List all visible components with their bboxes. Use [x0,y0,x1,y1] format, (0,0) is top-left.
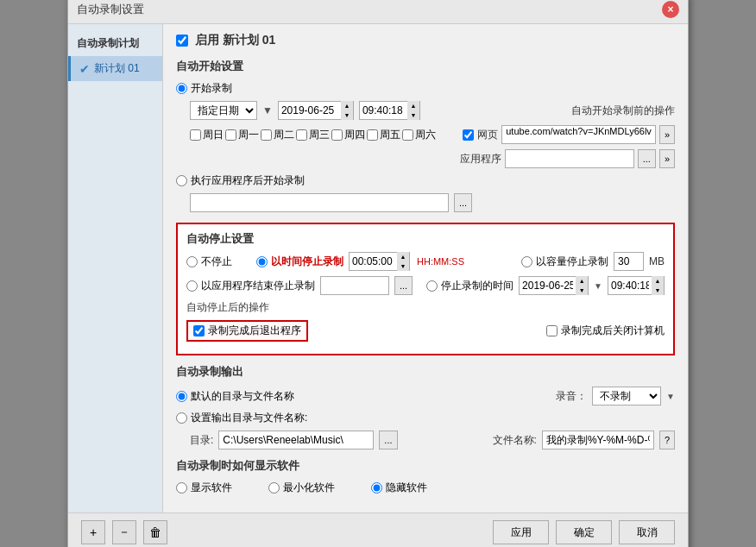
webpage-checkbox[interactable] [463,129,474,141]
weekday-thu-cb[interactable] [331,129,343,141]
no-stop-label[interactable]: 不停止 [186,255,232,269]
show-text: 显示软件 [191,481,232,495]
dir-input[interactable] [218,431,374,450]
weekday-tue-cb[interactable] [261,129,272,141]
date-spin-up[interactable]: ▲ [341,101,353,110]
stop-date-down[interactable]: ▼ [576,286,588,295]
ok-button[interactable]: 确定 [556,520,612,544]
after-app-input[interactable] [190,193,449,212]
stop-date-spin-btns: ▲ ▼ [576,276,588,295]
after-app-row: 执行应用程序后开始录制 [176,173,675,188]
webpage-input[interactable]: utube.com/watch?v=JKnMDLy66lv [501,125,656,144]
weekday-thu: 周四 [331,128,365,142]
exit-checkbox[interactable] [193,325,205,336]
minimize-radio-label[interactable]: 最小化软件 [268,481,335,495]
capacity-stop-label[interactable]: 以容量停止录制 [521,255,608,269]
time-spin-btns: ▲ ▼ [407,101,419,120]
time-input[interactable] [360,102,407,119]
main-content: 启用 新计划 01 自动开始设置 开始录制 指定日期 ▼ [163,24,688,512]
stop-date-input[interactable] [520,277,576,294]
default-output-radio[interactable] [176,391,187,402]
capacity-input[interactable] [614,252,644,271]
show-radio[interactable] [176,482,187,494]
audio-select[interactable]: 不录制 [592,387,661,406]
weekday-mon-cb[interactable] [225,129,236,141]
dir-ellipsis-btn[interactable]: ... [379,431,397,450]
date-dropdown-arrow: ▼ [262,104,273,116]
auto-stop-section: 自动停止设置 不停止 以时间停止录制 ▲ [176,223,675,355]
custom-output-radio[interactable] [176,412,187,424]
time-spin-down[interactable]: ▼ [407,110,419,120]
capacity-stop-radio[interactable] [521,256,532,267]
app-right-row: 应用程序 ... » [460,149,675,168]
stop-time-down[interactable]: ▼ [652,286,664,295]
after-app-radio[interactable] [176,175,187,186]
weekday-sat-cb[interactable] [402,129,413,141]
time-stop-spin-down[interactable]: ▼ [397,261,409,271]
capacity-unit: MB [649,255,665,267]
date-spin-field: ▲ ▼ [278,101,354,120]
weekday-wed-cb[interactable] [296,129,307,141]
delete-plan-button[interactable]: 🗑 [143,520,167,544]
app-input[interactable] [505,149,634,168]
stop-row2: 以应用程序结束停止录制 ... 停止录制的时间 ▲ ▼ [186,276,665,295]
start-radio-text: 开始录制 [191,81,232,96]
app-stop-radio[interactable] [186,280,198,292]
app-stop-label[interactable]: 以应用程序结束停止录制 [186,279,315,293]
app-stop-input[interactable] [320,276,389,295]
add-plan-button[interactable]: + [81,520,105,544]
stop-time-up[interactable]: ▲ [652,276,664,286]
minus-plan-button[interactable]: － [112,520,136,544]
time-stop-radio[interactable] [256,256,268,267]
sidebar-item-plan[interactable]: ✔ 新计划 01 [68,56,162,81]
filename-question-btn[interactable]: ? [659,431,675,450]
app-stop-ellipsis[interactable]: ... [394,276,413,295]
date-spin-down[interactable]: ▼ [341,110,353,120]
stop-time-input[interactable] [608,277,652,294]
app-ellipsis-btn[interactable]: ... [638,149,656,168]
weekday-sun-cb[interactable] [190,129,201,141]
time-spin-up[interactable]: ▲ [407,101,419,110]
audio-select-arrow: ▼ [666,392,675,401]
sidebar-item-label: 新计划 01 [94,61,140,76]
webpage-arrow-btn[interactable]: » [659,125,675,144]
after-app-radio-label[interactable]: 执行应用程序后开始录制 [176,173,305,188]
time-stop-spin: ▲ ▼ [349,252,410,271]
enable-checkbox[interactable] [176,35,188,47]
app-arrow-btn[interactable]: » [659,149,675,168]
stop-actions-row: 录制完成后退出程序 录制完成后关闭计算机 [186,320,665,342]
start-radio[interactable] [176,83,187,94]
hide-radio-label[interactable]: 隐藏软件 [371,481,427,495]
time-stop-input[interactable] [350,253,397,270]
date-input[interactable] [279,102,341,119]
apply-button[interactable]: 应用 [493,520,549,544]
time-stop-label[interactable]: 以时间停止录制 [256,255,343,269]
date-type-select[interactable]: 指定日期 [190,101,257,120]
close-button[interactable]: × [662,1,679,18]
filename-input[interactable] [542,431,654,450]
stop-date-up[interactable]: ▲ [576,276,588,286]
start-radio-label[interactable]: 开始录制 [176,81,232,96]
time-stop-spin-up[interactable]: ▲ [397,252,409,261]
after-app-ellipsis-btn[interactable]: ... [454,193,472,212]
shutdown-label[interactable]: 录制完成后关闭计算机 [546,324,665,338]
main-dialog: 自动录制设置 × 自动录制计划 ✔ 新计划 01 启用 新计划 01 自动开始设… [67,0,689,547]
cancel-button[interactable]: 取消 [619,520,675,544]
output-row2: 设置输出目录与文件名称: [176,411,675,425]
default-output-label[interactable]: 默认的目录与文件名称 [176,389,294,404]
minimize-radio[interactable] [268,482,280,494]
weekday-sat-label: 周六 [415,128,436,142]
shutdown-checkbox[interactable] [546,325,558,336]
auto-output-section: 自动录制输出 默认的目录与文件名称 录音： 不录制 ▼ [176,364,675,450]
custom-output-label[interactable]: 设置输出目录与文件名称: [176,411,307,425]
start-radio-row: 开始录制 [176,81,675,96]
time-stop2-label[interactable]: 停止录制的时间 [426,279,513,293]
enable-row: 启用 新计划 01 [176,33,675,48]
show-radio-label[interactable]: 显示软件 [176,481,232,495]
time-stop2-radio[interactable] [426,280,438,292]
no-stop-radio[interactable] [186,256,198,267]
shutdown-text: 录制完成后关闭计算机 [561,324,665,338]
hide-radio[interactable] [371,482,382,494]
app-row: 网页 utube.com/watch?v=JKnMDLy66lv » [463,125,675,144]
weekday-fri-cb[interactable] [367,129,378,141]
